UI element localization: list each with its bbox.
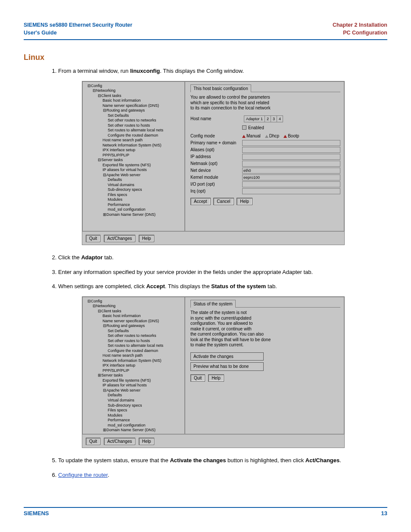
step-2-post: tab.: [103, 254, 113, 261]
ipaddr-row: IP address: [190, 154, 340, 160]
radio-manual[interactable]: Manual: [242, 133, 261, 139]
section-heading: Linux: [24, 53, 387, 62]
step-2-pre: Click the: [58, 254, 81, 261]
tree-apache-defaults[interactable]: Defaults: [84, 177, 184, 183]
netdev-input[interactable]: eth0: [242, 168, 340, 174]
tree-networking: ⊟Networking: [84, 88, 184, 93]
irq-input[interactable]: [242, 188, 340, 194]
host-config-pane: This host basic configuration You are al…: [185, 81, 344, 231]
config-tree[interactable]: ⊟Config ⊟Networking ⊟Client tasks Basic …: [82, 81, 185, 231]
ipaddr-input[interactable]: [242, 154, 340, 160]
cancel-button[interactable]: Cancel: [213, 198, 234, 205]
step-1: From a terminal window, run linuxconfig.…: [58, 67, 387, 245]
window-bottom-buttons: Quit Act/Changes Help: [82, 231, 344, 245]
screenshot-config-window: ⊟Config ⊟Networking ⊟Client tasks Basic …: [82, 81, 345, 246]
help-button-bottom-2[interactable]: Help: [139, 438, 155, 445]
step-1-bold: linuxconfig: [130, 68, 160, 74]
kmod-input[interactable]: eepro100: [242, 174, 340, 180]
tree-routing: ⊟Routing and gateways: [84, 108, 184, 113]
quit-button-2[interactable]: Quit: [86, 438, 100, 445]
step-1-pre: From a terminal window, run: [58, 68, 130, 74]
status-help-button[interactable]: Help: [208, 374, 224, 382]
tab-adaptor-4[interactable]: 4: [277, 116, 283, 122]
primary-input[interactable]: [242, 140, 340, 146]
netmask-input[interactable]: [242, 161, 340, 167]
tree-performance[interactable]: Performance: [84, 202, 184, 208]
config-intro: You are allowed to control the parameter…: [190, 95, 340, 111]
step-4: When settings are completed, click Accep…: [58, 283, 387, 448]
netdev-row: Net deviceeth0: [190, 168, 340, 174]
footer-brand: SIEMENS: [24, 510, 49, 516]
tree-files-specs[interactable]: Files specs: [84, 193, 184, 198]
enabled-row: Enabled: [190, 125, 340, 131]
header-product-line2: User's Guide: [24, 29, 132, 37]
tree-subdir[interactable]: Sub-directory specs: [84, 187, 184, 193]
tab-adaptor-2[interactable]: 2: [265, 116, 271, 122]
header-chapter-line2: PC Configuration: [333, 29, 387, 37]
tree-ipx[interactable]: IPX interface setup: [84, 148, 184, 153]
tree-routes-alt[interactable]: Set routes to alternate local nets: [84, 128, 184, 133]
screenshot-status-window: ⊟Config ⊟Networking ⊟Client tasks Basic …: [82, 296, 345, 448]
tab-adaptor-1[interactable]: Adaptor 1: [244, 116, 265, 122]
tree-config: ⊟Config: [84, 84, 184, 89]
tree-dns-server: ⊞Domain Name Server (DNS): [84, 212, 184, 218]
irq-row: Irq (opt): [190, 188, 340, 194]
hostname-label: Host name: [190, 116, 242, 122]
tree-basic-host[interactable]: Basic host information: [84, 98, 184, 103]
step-3: Enter any information specified by your …: [58, 268, 387, 276]
page-footer: SIEMENS 13: [24, 507, 387, 516]
status-quit-button[interactable]: Quit: [190, 374, 205, 382]
help-button-bottom[interactable]: Help: [139, 235, 155, 243]
step-2-bold: Adaptor: [81, 254, 103, 261]
act-changes-button-2[interactable]: Act/Changes: [104, 438, 135, 445]
tree-ip-aliases[interactable]: IP aliases for virtual hosts: [84, 168, 184, 173]
tree-ppp[interactable]: PPP/SLIP/PLIP: [84, 153, 184, 158]
act-changes-button[interactable]: Act/Changes: [104, 235, 135, 243]
tab-host-basic[interactable]: This host basic configuration: [190, 84, 251, 93]
tree-modules[interactable]: Modules: [84, 197, 184, 202]
quit-button[interactable]: Quit: [86, 235, 100, 243]
tree-routes-hosts[interactable]: Set other routes to hosts: [84, 123, 184, 128]
tree-client-tasks: ⊟Client tasks: [84, 93, 184, 99]
help-button[interactable]: Help: [237, 198, 252, 205]
tab-adaptor-3[interactable]: 3: [271, 116, 277, 122]
status-message: The state of the system is not in sync w…: [190, 310, 340, 348]
radio-bootp[interactable]: Bootp: [283, 133, 299, 139]
tree-nfs[interactable]: Exported file systems (NFS): [84, 163, 184, 168]
header-product-line1: SIEMENS se5880 Ethernet Security Router: [24, 22, 132, 29]
netmask-row: Netmask (opt): [190, 161, 340, 167]
config-mode-label: Config mode: [190, 133, 242, 139]
configure-router-link[interactable]: Configure the router: [58, 472, 108, 478]
tree-dns-spec[interactable]: Name server specification (DNS): [84, 103, 184, 109]
tree-nis[interactable]: Network Information System (NIS): [84, 143, 184, 148]
step-6: Configure the router.: [58, 471, 387, 479]
tree-apache: ⊟Apache Web server: [84, 173, 184, 178]
form-button-row: Accept Cancel Help: [190, 198, 340, 205]
adaptor-tabs[interactable]: Adaptor 1 2 3 4: [244, 115, 283, 122]
enabled-checkbox[interactable]: [242, 125, 246, 130]
activate-changes-button[interactable]: Activate the changes: [190, 352, 264, 361]
ioport-input[interactable]: [242, 181, 340, 187]
tree-vdomains[interactable]: Virtual domains: [84, 183, 184, 188]
enabled-label: Enabled: [248, 125, 264, 131]
tree-set-defaults[interactable]: Set Defaults: [84, 113, 184, 118]
preview-button[interactable]: Preview what has to be done: [190, 362, 264, 371]
header-product: SIEMENS se5880 Ethernet Security Router …: [24, 22, 132, 37]
tree-routes-nets[interactable]: Set other routes to networks: [84, 118, 184, 123]
tab-status[interactable]: Status of the system: [190, 300, 236, 308]
aliases-input[interactable]: [242, 147, 340, 153]
hostname-row: Host name Adaptor 1 2 3 4: [190, 115, 340, 122]
ioport-row: I/O port (opt): [190, 181, 340, 187]
main-tab-row: This host basic configuration: [190, 84, 340, 93]
tree-server-tasks: ⊟Server tasks: [84, 158, 184, 163]
footer-page-number: 13: [381, 510, 387, 516]
tree-mod-ssl[interactable]: mod_ssl configuration: [84, 207, 184, 212]
window-bottom-buttons-2: Quit Act/Changes Help: [82, 434, 344, 448]
config-mode-row: Config mode Manual Dhcp Bootp: [190, 133, 340, 139]
tree-host-search[interactable]: Host name search path: [84, 138, 184, 143]
radio-dhcp[interactable]: Dhcp: [265, 133, 279, 139]
accept-button[interactable]: Accept: [190, 198, 211, 205]
tree-routed[interactable]: Configure the routed daemon: [84, 133, 184, 138]
config-tree-2[interactable]: ⊟Config ⊟Networking ⊟Client tasks Basic …: [82, 297, 185, 434]
step-1-post: . This displays the Config window.: [160, 68, 244, 74]
